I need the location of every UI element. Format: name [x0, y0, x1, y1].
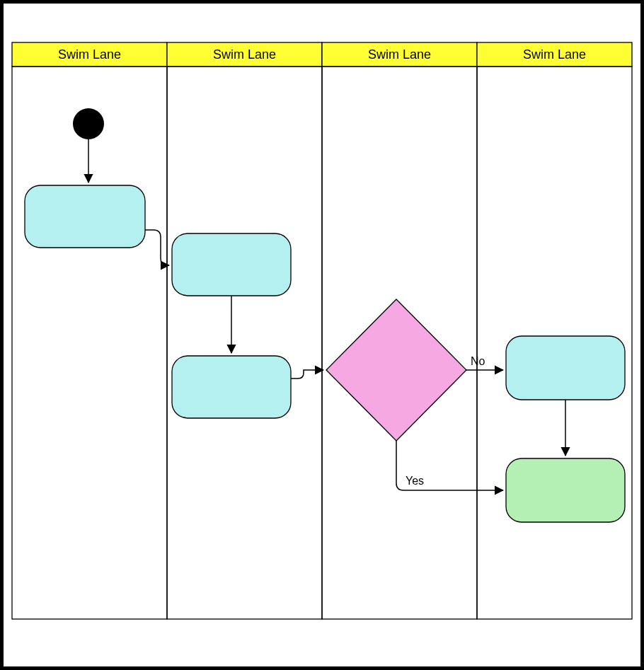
swimlane-diagram: Swim Lane Swim Lane Swim Lane Swim Lane: [4, 4, 640, 666]
start-node[interactable]: [73, 108, 104, 139]
lane-label-4: Swim Lane: [523, 47, 586, 62]
task-node-2[interactable]: [172, 233, 291, 296]
task-node-5[interactable]: [506, 458, 625, 522]
edge-task3-decision: [291, 370, 323, 379]
decision-node[interactable]: [326, 299, 466, 441]
edge-label-yes: Yes: [406, 475, 424, 487]
lane-label-1: Swim Lane: [58, 47, 121, 62]
diagram-frame: Swim Lane Swim Lane Swim Lane Swim Lane: [0, 0, 644, 670]
edge-task1-task2: [145, 230, 169, 265]
lane-label-2: Swim Lane: [213, 47, 276, 62]
task-node-3[interactable]: [172, 356, 291, 418]
lane-label-3: Swim Lane: [368, 47, 431, 62]
lane-body-2: [167, 67, 322, 619]
pool: Swim Lane Swim Lane Swim Lane Swim Lane: [12, 42, 632, 619]
task-node-4[interactable]: [506, 336, 625, 400]
lane-body-1: [12, 67, 167, 619]
task-node-1[interactable]: [25, 185, 145, 248]
edge-label-no: No: [471, 355, 485, 367]
